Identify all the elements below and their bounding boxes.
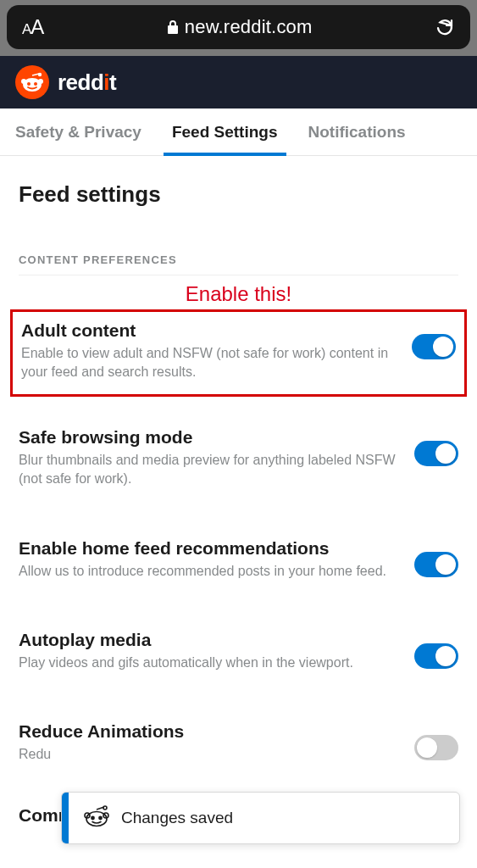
toast-changes-saved: Changes saved <box>61 792 460 844</box>
toggle-safe-browsing[interactable] <box>414 441 458 466</box>
svg-point-4 <box>27 82 31 86</box>
setting-desc: Enable to view adult and NSFW (not safe … <box>21 344 400 382</box>
toast-accent-bar <box>62 793 69 843</box>
page-content: Feed settings CONTENT PREFERENCES Enable… <box>0 156 477 826</box>
setting-title: Autoplay media <box>19 630 402 650</box>
reload-icon[interactable] <box>435 17 455 37</box>
text-size-control[interactable]: AA <box>22 15 43 39</box>
setting-title: Safe browsing mode <box>19 427 402 448</box>
url-display[interactable]: new.reddit.com <box>43 16 435 38</box>
settings-tabs: Safety & Privacy Feed Settings Notificat… <box>0 108 477 156</box>
toggle-adult-content[interactable] <box>412 334 456 359</box>
toast-text: Changes saved <box>121 809 233 827</box>
svg-point-10 <box>92 816 94 819</box>
setting-desc: Play videos and gifs automatically when … <box>19 654 402 672</box>
toggle-reduce-animations[interactable] <box>414 735 458 760</box>
url-text: new.reddit.com <box>185 16 313 38</box>
annotation-highlight-box: Adult content Enable to view adult and N… <box>10 309 467 397</box>
toggle-autoplay-media[interactable] <box>414 643 458 669</box>
section-label-content-preferences: CONTENT PREFERENCES <box>19 253 458 275</box>
toggle-home-recommendations[interactable] <box>414 552 458 577</box>
tab-safety-privacy[interactable]: Safety & Privacy <box>0 108 157 155</box>
browser-chrome: AA new.reddit.com <box>0 0 477 49</box>
snoo-outline-icon <box>84 805 109 831</box>
browser-url-bar[interactable]: AA new.reddit.com <box>7 5 470 49</box>
app-header: reddit <box>0 56 477 108</box>
setting-title: Adult content <box>21 320 400 341</box>
reddit-wordmark[interactable]: reddit <box>58 70 116 96</box>
setting-safe-browsing: Safe browsing mode Blur thumbnails and m… <box>19 427 458 504</box>
setting-home-recommendations: Enable home feed recommendations Allow u… <box>19 538 458 596</box>
setting-title: Reduce Animations <box>19 721 402 742</box>
browser-chrome-gap <box>0 49 477 56</box>
annotation-enable-this: Enable this! <box>19 275 458 309</box>
setting-autoplay-media: Autoplay media Play videos and gifs auto… <box>19 630 458 687</box>
setting-desc: Blur thumbnails and media preview for an… <box>19 451 402 489</box>
lock-icon <box>166 19 180 35</box>
svg-point-5 <box>34 82 37 86</box>
setting-reduce-animations: Reduce Animations Redu <box>19 721 458 779</box>
setting-title: Enable home feed recommendations <box>19 538 402 559</box>
setting-adult-content: Adult content Enable to view adult and N… <box>21 320 456 382</box>
svg-point-11 <box>99 816 102 819</box>
svg-point-3 <box>38 79 43 84</box>
tab-notifications[interactable]: Notifications <box>293 108 421 155</box>
reddit-logo-icon[interactable] <box>15 65 49 99</box>
setting-desc: Allow us to introduce recommended posts … <box>19 562 402 581</box>
page-title: Feed settings <box>19 156 458 228</box>
setting-desc: Redu <box>19 745 402 764</box>
tab-feed-settings[interactable]: Feed Settings <box>157 108 293 155</box>
svg-point-2 <box>21 79 26 84</box>
